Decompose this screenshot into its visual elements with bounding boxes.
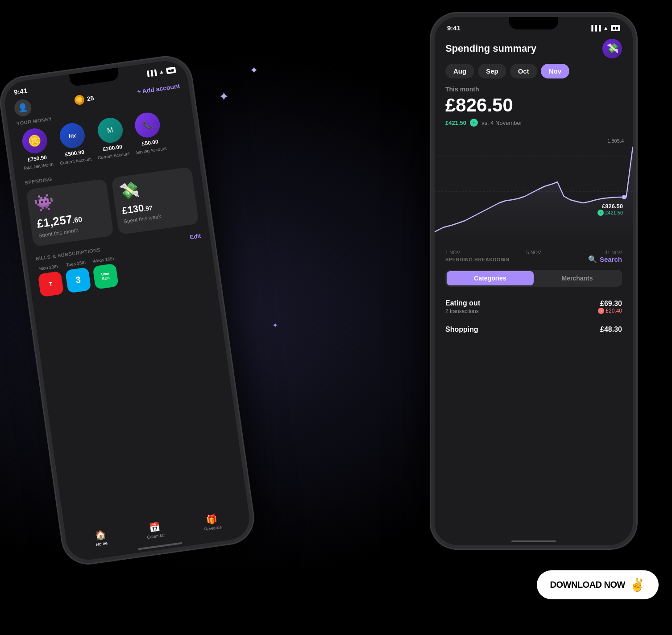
chart-end-dot: £826.50 ↑ £421.50 <box>597 203 623 216</box>
cat-shopping-name: Shopping <box>445 326 478 334</box>
three-icon: 3 <box>65 267 91 293</box>
this-month-label: This month <box>445 86 622 93</box>
nav-home[interactable]: 🏠 Home <box>94 528 108 547</box>
month-tab-aug[interactable]: Aug <box>445 64 474 78</box>
this-month-section: This month £826.50 £421.50 ↑ vs. 4 Novem… <box>435 86 633 134</box>
spending-week-card[interactable]: 💸 £130.97 Spent this week <box>111 167 199 235</box>
nav-calendar[interactable]: 📅 Calendar <box>145 520 165 540</box>
tab-categories[interactable]: Categories <box>447 271 534 285</box>
add-account-label: + Add account <box>137 82 180 95</box>
bill-ubereats-date: Weds 16th <box>92 256 114 264</box>
chart-end-amount: £826.50 <box>597 203 623 210</box>
breakdown-title: SPENDING BREAKDOWN <box>445 257 509 262</box>
vs-text: vs. 4 November <box>481 120 522 126</box>
home-icon: 🏠 <box>94 528 107 540</box>
cat-eating-out-main: £69.30 <box>598 300 622 308</box>
hand-icon: ✌️ <box>630 577 645 592</box>
bill-three[interactable]: Tues 25th 3 <box>64 260 91 293</box>
account-name-monzo: Current Account <box>97 151 130 161</box>
chart-area: 1,805.4 <box>435 134 633 241</box>
merchants-label: Merchants <box>561 275 593 282</box>
nav-rewards-label: Rewards <box>204 524 222 532</box>
nav-rewards[interactable]: 🎁 Rewards <box>202 512 222 532</box>
cat-eating-out-sub: ↑ £20.40 <box>598 308 622 314</box>
coins-count: 25 <box>87 95 95 103</box>
bill-three-date: Tues 25th <box>66 260 86 267</box>
right-signal-icon: ▐▐▐ <box>589 25 601 31</box>
account-item-total[interactable]: 🪙 £750.90 Total Net Worth <box>17 126 54 171</box>
search-icon: 🔍 <box>588 255 597 264</box>
month-oct-label: Oct <box>518 67 529 75</box>
signal-icon: ▐▐▐ <box>145 69 157 77</box>
month-aug-label: Aug <box>453 67 466 75</box>
breakdown-header: SPENDING BREAKDOWN 🔍 Search <box>445 255 622 264</box>
right-status-icons: ▐▐▐ ▲ ■■ <box>589 25 620 31</box>
this-month-amount: £826.50 <box>445 95 622 116</box>
spending-chart <box>435 134 633 241</box>
eating-out-sub-icon: ↑ <box>598 308 604 314</box>
month-tab-oct[interactable]: Oct <box>510 64 537 78</box>
account-amount-monzo: £200.00 <box>103 144 123 153</box>
nav-calendar-label: Calendar <box>147 532 166 540</box>
nav-home-label: Home <box>95 540 108 547</box>
right-home-indicator <box>511 540 556 542</box>
add-account-button[interactable]: + Add account <box>137 82 180 95</box>
account-name-halifax: Current Account <box>60 157 92 166</box>
categories-label: Categories <box>474 275 506 282</box>
account-icon-saving: 📞 <box>133 111 162 139</box>
account-amount-halifax: £500.90 <box>65 149 85 158</box>
ubereats-icon: UberEats <box>92 263 119 289</box>
account-amount-total: £750.90 <box>27 154 47 163</box>
spending-month-card[interactable]: 👾 £1,257.60 Spent this month <box>26 179 114 247</box>
download-button[interactable]: DOWNLOAD NOW ✌️ <box>537 570 659 599</box>
bill-tesco[interactable]: Mon 20th T <box>37 263 64 297</box>
cat-eating-out-name: Eating out <box>445 299 480 307</box>
account-icon-monzo: M <box>96 116 124 144</box>
right-battery-icon: ■■ <box>611 25 620 31</box>
chart-x-labels: 1 NOV 15 NOV 31 NOV <box>435 248 633 255</box>
right-notch <box>509 17 558 29</box>
tab-merchants[interactable]: Merchants <box>534 271 621 285</box>
coins-badge: 🪙 25 <box>74 93 95 106</box>
month-tab-sep[interactable]: Sep <box>478 64 506 78</box>
calendar-icon: 📅 <box>149 521 161 533</box>
spending-summary-header: Spending summary 💸 <box>435 32 633 64</box>
edit-button[interactable]: Edit <box>190 232 201 240</box>
account-name-total: Total Net Worth <box>23 162 54 171</box>
cat-shopping-amounts: £48.30 <box>600 326 622 334</box>
vs-icon: ↑ <box>470 119 478 127</box>
right-wifi-icon: ▲ <box>603 25 609 31</box>
month-nov-label: Nov <box>549 67 561 75</box>
bill-ubereats[interactable]: Weds 16th UberEats <box>91 256 119 289</box>
account-item-monzo[interactable]: M £200.00 Current Account <box>92 115 130 161</box>
breakdown-section: SPENDING BREAKDOWN 🔍 Search Categories M… <box>435 255 633 339</box>
avatar[interactable]: 👤 <box>13 98 33 117</box>
category-shopping[interactable]: Shopping £48.30 <box>445 320 622 339</box>
account-item-halifax[interactable]: Hx £500.90 Current Account <box>54 121 92 166</box>
account-icon-total: 🪙 <box>21 127 49 155</box>
account-icon-halifax: Hx <box>58 121 86 149</box>
month-tab-nov[interactable]: Nov <box>541 64 569 78</box>
vs-amount: £421.50 <box>445 120 466 126</box>
category-merchant-tabs: Categories Merchants <box>445 270 622 287</box>
chart-end-sub: ↑ £421.50 <box>597 210 623 216</box>
tesco-icon: T <box>37 271 64 297</box>
account-name-saving: Saving Account <box>136 146 167 155</box>
chart-end-icon: ↑ <box>597 210 604 216</box>
left-content: 👤 🪙 25 + Add account YOUR MONEY 🪙 £750.9… <box>4 72 216 303</box>
battery-icon: ■■ <box>166 66 176 74</box>
month-tabs: Aug Sep Oct Nov <box>435 64 633 86</box>
cat-shopping-info: Shopping <box>445 326 478 334</box>
spending-avatar-sticker: 💸 <box>602 39 622 58</box>
coin-icon: 🪙 <box>74 95 85 106</box>
vs-info: £421.50 ↑ vs. 4 November <box>445 119 622 127</box>
chart-top-label: 1,805.4 <box>607 138 624 144</box>
cat-eating-out-amounts: £69.30 ↑ £20.40 <box>598 300 622 314</box>
download-label: DOWNLOAD NOW <box>550 580 625 590</box>
user-icon: 👤 <box>17 102 29 113</box>
category-eating-out[interactable]: Eating out 2 transactions £69.30 ↑ £20.4… <box>445 294 622 320</box>
x-label-1: 1 NOV <box>445 250 460 255</box>
cat-eating-out-transactions: 2 transactions <box>445 308 480 314</box>
search-button[interactable]: 🔍 Search <box>588 255 622 264</box>
account-item-saving[interactable]: 📞 £50.00 Saving Account <box>130 111 167 156</box>
